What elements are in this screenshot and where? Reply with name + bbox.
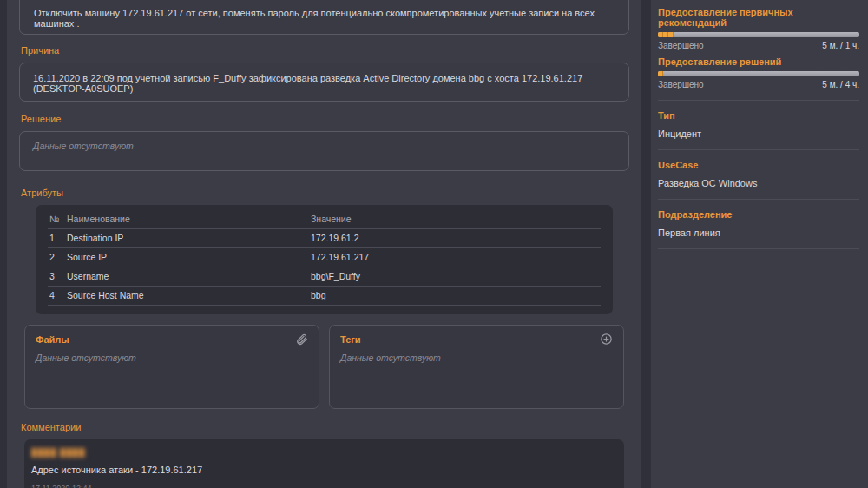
sla-recommendations: Предоставление первичных рекомендаций За… xyxy=(658,7,859,50)
sla-solutions-progressbar xyxy=(658,71,859,76)
comment-timestamp: 17.11.2020 12:44 xyxy=(31,484,617,488)
sla-progress-fill xyxy=(658,71,663,76)
solution-placeholder: Данные отсутствуют xyxy=(33,141,134,151)
recommendations-text: Отключить машину 172.19.61.217 от сети, … xyxy=(34,8,595,29)
sla-time: 5 м. / 4 ч. xyxy=(822,80,859,89)
attr-row-value: 172.19.61.2 xyxy=(311,233,601,243)
attr-row-num: 1 xyxy=(48,233,67,243)
plus-circle-icon[interactable] xyxy=(600,333,613,346)
field-type-value: Инцидент xyxy=(658,129,859,139)
attr-row-num: 4 xyxy=(48,290,67,300)
sidebar-divider xyxy=(658,100,859,101)
tags-panel: Теги Данные отсутствуют xyxy=(329,325,624,409)
incident-sidebar: Предоставление первичных рекомендаций За… xyxy=(651,0,868,488)
sla-recommendations-label: Предоставление первичных рекомендаций xyxy=(658,7,859,28)
sla-status: Завершено xyxy=(658,80,704,89)
attributes-table: № Наименование Значение 1 Destination IP… xyxy=(36,205,613,314)
attr-row-name: Source IP xyxy=(67,252,311,262)
attr-row-value: bbg\F_Duffy xyxy=(311,271,601,281)
files-placeholder: Данные отсутствуют xyxy=(36,353,308,363)
field-type: Тип Инцидент xyxy=(658,110,859,139)
recommendations-box: Отключить машину 172.19.61.217 от сети, … xyxy=(19,0,629,35)
attr-row-name: Destination IP xyxy=(67,233,311,243)
field-division-value: Первая линия xyxy=(658,228,859,238)
attr-row-num: 2 xyxy=(48,252,67,262)
attr-row-num: 3 xyxy=(48,271,67,281)
table-row: 2 Source IP 172.19.61.217 xyxy=(48,248,601,267)
sla-progress-fill xyxy=(658,32,674,37)
sla-solutions-label: Предоставление решений xyxy=(658,56,859,67)
paperclip-icon[interactable] xyxy=(295,333,308,346)
sidebar-divider xyxy=(658,248,859,249)
field-usecase: UseCase Разведка ОС Windows xyxy=(658,160,859,188)
comments-section-label: Комментарии xyxy=(21,422,628,432)
reason-box: 16.11.2020 в 22:09 под учетной записью F… xyxy=(19,63,629,102)
files-label: Файлы xyxy=(36,334,69,345)
attributes-section-label: Атрибуты xyxy=(21,188,628,198)
attr-col-name: Наименование xyxy=(67,214,311,224)
field-usecase-value: Разведка ОС Windows xyxy=(658,178,859,188)
sla-recommendations-progressbar xyxy=(658,32,859,37)
attr-row-name: Source Host Name xyxy=(67,290,311,300)
comment-text: Адрес источника атаки - 172.19.61.217 xyxy=(31,465,617,475)
attr-row-value: bbg xyxy=(311,290,601,300)
sla-time: 5 м. / 1 ч. xyxy=(822,41,859,50)
field-usecase-label: UseCase xyxy=(658,160,859,170)
attr-col-num: № xyxy=(48,214,67,224)
comment-item: ████ ████ Адрес источника атаки - 172.19… xyxy=(31,448,617,488)
reason-text: 16.11.2020 в 22:09 под учетной записью F… xyxy=(33,73,582,94)
sla-status: Завершено xyxy=(658,41,704,50)
table-row: 3 Username bbg\F_Duffy xyxy=(48,267,601,287)
comment-author-redacted: ████ ████ xyxy=(31,448,617,457)
field-division-label: Подразделение xyxy=(658,209,859,220)
files-tags-row: Файлы Данные отсутствуют Теги xyxy=(24,325,624,409)
sidebar-divider xyxy=(658,199,859,200)
sla-solutions: Предоставление решений Завершено 5 м. / … xyxy=(658,56,859,89)
attributes-header-row: № Наименование Значение xyxy=(48,208,601,229)
field-type-label: Тип xyxy=(658,110,859,121)
incident-main-panel: Отключить машину 172.19.61.217 от сети, … xyxy=(7,0,641,488)
attr-col-value: Значение xyxy=(311,214,601,224)
files-panel: Файлы Данные отсутствуют xyxy=(24,325,319,409)
comments-panel: ████ ████ Адрес источника атаки - 172.19… xyxy=(24,439,624,488)
tags-placeholder: Данные отсутствуют xyxy=(340,353,613,363)
sidebar-divider xyxy=(658,149,859,150)
tags-label: Теги xyxy=(340,334,361,345)
table-row: 1 Destination IP 172.19.61.2 xyxy=(48,229,601,248)
reason-section-label: Причина xyxy=(21,45,628,56)
table-row: 4 Source Host Name bbg xyxy=(48,287,601,306)
field-division: Подразделение Первая линия xyxy=(658,209,859,238)
attr-row-value: 172.19.61.217 xyxy=(311,252,601,262)
attr-row-name: Username xyxy=(67,271,311,281)
solution-box[interactable]: Данные отсутствуют xyxy=(19,131,629,171)
solution-section-label: Решение xyxy=(21,114,628,124)
